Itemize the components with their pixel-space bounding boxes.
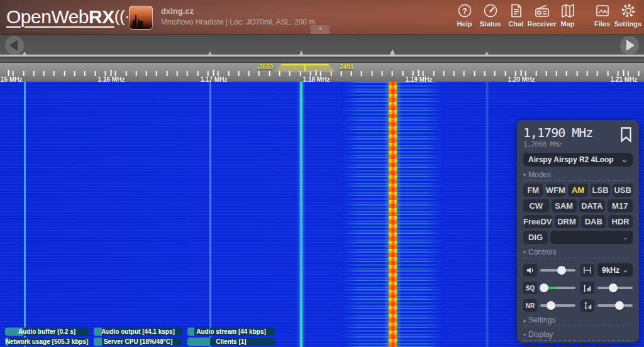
openwebrx-app: OpenWebRX((·)) dxing.cz Mnichovo Hradist… — [0, 0, 644, 347]
svg-text:?: ? — [462, 6, 467, 16]
mode-button-lsb[interactable]: LSB — [591, 184, 611, 197]
noise-reduction-slider[interactable] — [540, 301, 575, 310]
tuned-frequency-display[interactable]: 1,1790 MHz — [523, 125, 592, 140]
mode-button-am[interactable]: AM — [568, 184, 588, 197]
top-navigation: ? Help Status Chat Receiver — [451, 3, 640, 28]
logo-open: Open — [6, 6, 51, 27]
receiver-avatar — [129, 6, 153, 30]
mode-button-freedv[interactable]: FreeDV — [523, 215, 552, 228]
header-bar: OpenWebRX((·)) dxing.cz Mnichovo Hradist… — [0, 0, 644, 35]
openwebrx-logo[interactable]: OpenWebRX((·)) — [6, 6, 140, 28]
waterfall-signal — [209, 82, 211, 347]
volume-slider[interactable] — [540, 266, 575, 275]
center-frequency-display: 1,2060 MHz — [523, 140, 592, 148]
waterfall-am-carrier — [389, 82, 397, 347]
waterfall-colors-icon[interactable] — [580, 282, 594, 294]
spectrum-peak — [299, 50, 303, 55]
settings-icon — [620, 3, 636, 19]
mode-button-hdr[interactable]: HDR — [608, 215, 633, 228]
digital-mode-select[interactable]: ⌄ — [550, 231, 633, 244]
freq-tick-label: 1.15 MHz — [0, 70, 22, 82]
left-arrow-icon — [9, 40, 18, 51]
frequency-scale[interactable]: 1.15 MHz 1.16 MHz 1.17 MHz 1.18 MHz 1.19… — [0, 62, 644, 82]
receiver-icon — [534, 3, 550, 19]
status-network-usage: Network usage [505.3 kbps] — [5, 338, 89, 346]
chat-icon — [509, 3, 524, 19]
section-header-controls[interactable]: ▾Controls — [523, 248, 633, 258]
mode-button-usb[interactable]: USB — [613, 184, 633, 197]
mode-button-dig[interactable]: DIG — [523, 231, 548, 244]
nav-settings[interactable]: Settings — [616, 3, 640, 28]
scroll-left-button[interactable] — [5, 36, 24, 55]
mode-button-m17[interactable]: M17 — [608, 199, 633, 212]
logo-rx: RX — [89, 6, 114, 27]
chevron-down-icon: ⌄ — [623, 266, 628, 274]
status-server-cpu: Server CPU [18%/48°C] — [94, 338, 182, 346]
spectrum-peak — [390, 49, 395, 55]
chevron-down-icon: ⌄ — [623, 233, 628, 241]
mode-button-dab[interactable]: DAB — [581, 215, 606, 228]
nav-status[interactable]: Status — [478, 3, 502, 28]
freq-tick-label: 1.21 MHz — [611, 70, 638, 82]
freq-tick-label: 1.16 MHz — [98, 70, 125, 82]
passband-low-label: -2680 — [254, 63, 273, 70]
noise-reduction-label[interactable]: NR — [523, 299, 537, 312]
receiver-name: dxing.cz — [161, 6, 194, 16]
waterfall-max-slider[interactable] — [597, 284, 633, 292]
volume-icon[interactable] — [523, 264, 537, 277]
logo-web: Web — [51, 6, 89, 27]
waterfall-signal — [486, 82, 488, 347]
bandwidth-icon — [580, 264, 594, 277]
mode-button-wfm[interactable]: WFM — [546, 184, 566, 197]
receiver-panel: 1,1790 MHz 1,2060 MHz Airspy Airspy R2 4… — [517, 120, 639, 343]
receiver-location: Mnichovo Hradiste | Loc: JO70ml, ASL: 20… — [161, 18, 315, 26]
spectrum-peak — [208, 52, 212, 55]
status-audio-stream: Audio stream [44 kbps] — [187, 328, 275, 336]
status-audio-buffer: Audio buffer [0.2 s] — [5, 328, 89, 336]
passband-high-label: 2491 — [340, 63, 353, 70]
mode-button-cw[interactable]: CW — [523, 199, 549, 212]
freq-tick-label: 1.20 MHz — [508, 70, 535, 82]
bookmark-icon[interactable] — [619, 126, 633, 145]
section-header-settings[interactable]: ▴Settings — [523, 316, 633, 326]
passband-center-handle[interactable] — [304, 64, 306, 72]
section-header-modes[interactable]: ▾Modes — [523, 170, 633, 181]
freq-tick-label: 1.19 MHz — [406, 70, 433, 82]
bandwidth-select[interactable]: 9kHz ⌄ — [597, 263, 633, 277]
nav-files[interactable]: Files — [590, 3, 614, 28]
nav-help[interactable]: ? Help — [452, 3, 477, 28]
nav-receiver[interactable]: Receiver — [530, 3, 554, 28]
mode-button-drm[interactable]: DRM — [555, 215, 579, 228]
mode-button-sam[interactable]: SAM — [552, 199, 577, 212]
squelch-label[interactable]: SQ — [523, 282, 537, 294]
right-arrow-icon — [626, 40, 635, 51]
nav-map[interactable]: Map — [555, 3, 580, 28]
status-icon — [483, 3, 498, 19]
mode-button-fm[interactable]: FM — [523, 184, 543, 197]
help-icon: ? — [457, 3, 472, 19]
status-clients: Clients [1] — [187, 338, 275, 346]
map-icon — [560, 3, 575, 19]
status-audio-output: Audio output [44.1 ksps] — [94, 328, 182, 336]
spectrum-peak — [485, 52, 489, 55]
freq-tick-label: 1.17 MHz — [201, 70, 228, 82]
squelch-slider[interactable] — [540, 284, 575, 292]
scroll-right-button[interactable] — [620, 36, 639, 55]
spectrum-trace — [0, 55, 644, 57]
waterfall-range-icon[interactable] — [580, 299, 594, 312]
sdr-profile-select[interactable]: Airspy Airspy R2 4Loop ⌄ — [523, 153, 633, 167]
chevron-down-icon: ⌄ — [621, 155, 628, 164]
spectrum-analyzer[interactable] — [0, 35, 644, 62]
mode-button-data[interactable]: DATA — [579, 199, 605, 212]
panel-collapse-tab[interactable]: ▾ — [311, 25, 330, 34]
waterfall-min-slider[interactable] — [597, 301, 633, 310]
nav-chat[interactable]: Chat — [504, 3, 528, 28]
waterfall-signal — [24, 82, 26, 347]
waterfall-signal — [300, 82, 303, 347]
section-header-display[interactable]: ▾Display — [523, 330, 633, 341]
files-icon — [595, 3, 610, 19]
spectrum-peak — [23, 52, 26, 55]
